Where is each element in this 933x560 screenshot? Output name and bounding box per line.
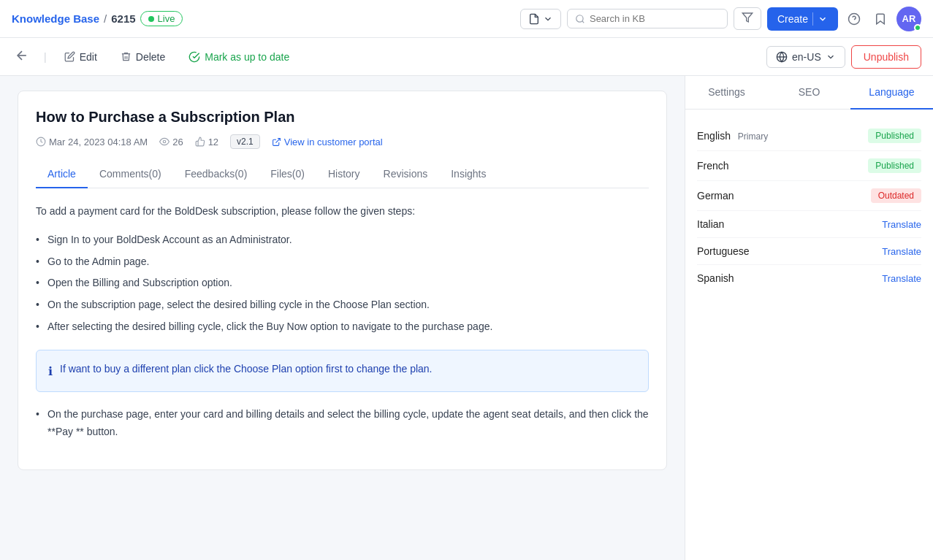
live-status-badge: Live	[140, 11, 183, 26]
doc-icon	[528, 13, 540, 25]
view-portal-label: View in customer portal	[284, 137, 383, 147]
lang-name: German	[697, 190, 734, 202]
article-meta: Mar 24, 2023 04:18 AM 26 12 v2.1 View in…	[36, 134, 649, 149]
list-item: After selecting the desired billing cycl…	[36, 316, 649, 338]
live-status-label: Live	[158, 13, 175, 24]
article-version: v2.1	[230, 134, 260, 149]
doc-type-button[interactable]	[520, 9, 561, 29]
breadcrumb-kb-link[interactable]: Knowledge Base	[12, 12, 99, 25]
lang-translate-link[interactable]: Translate	[882, 219, 921, 230]
create-label: Create	[777, 13, 808, 25]
avatar-online-dot	[914, 24, 921, 31]
article-content: To add a payment card for the BoldDesk s…	[36, 203, 649, 443]
article-tabs: Article Comments(0) Feedbacks(0) Files(0…	[36, 161, 649, 188]
right-tab-language[interactable]: Language	[850, 76, 933, 110]
avatar[interactable]: AR	[896, 7, 921, 31]
tab-article[interactable]: Article	[36, 161, 88, 188]
back-button[interactable]	[12, 45, 32, 68]
toolbar-left: | Edit Delete Mark as up to date	[12, 45, 295, 68]
check-circle-icon	[188, 51, 200, 63]
language-selector[interactable]: en-US	[766, 46, 845, 68]
create-button[interactable]: Create	[767, 7, 838, 31]
lang-primary-label: Primary	[738, 131, 768, 142]
lang-name: Italian	[697, 218, 724, 230]
tab-feedbacks[interactable]: Feedbacks(0)	[173, 161, 259, 188]
filter-button[interactable]	[734, 7, 761, 30]
svg-marker-2	[742, 13, 752, 22]
article-likes: 12	[195, 137, 218, 147]
article-intro: To add a payment card for the BoldDesk s…	[36, 203, 649, 220]
article-toolbar: | Edit Delete Mark as up to date en-US U…	[0, 38, 933, 76]
help-button[interactable]	[844, 9, 864, 29]
lang-row-italian: Italian Translate	[697, 211, 921, 238]
top-nav-center: Create AR	[520, 7, 921, 31]
globe-icon	[776, 51, 788, 63]
article-bullets: Sign In to your BoldDesk Account as an A…	[36, 229, 649, 338]
tab-files[interactable]: Files(0)	[259, 161, 316, 188]
search-icon	[575, 14, 585, 24]
lang-row-french: French Published	[697, 151, 921, 181]
tab-insights[interactable]: Insights	[439, 161, 498, 188]
article-title: How to Purchase a Subscription Plan	[36, 109, 649, 126]
article-likes-value: 12	[208, 137, 218, 147]
list-item: Open the Billing and Subscription option…	[36, 272, 649, 294]
eye-icon	[159, 137, 170, 147]
clock-icon	[36, 137, 46, 147]
delete-icon	[121, 51, 132, 62]
tab-history[interactable]: History	[316, 161, 372, 188]
right-panel: Settings SEO Language English Primary Pu…	[685, 76, 933, 560]
lang-row-spanish: Spanish Translate	[697, 265, 921, 291]
article-date: Mar 24, 2023 04:18 AM	[36, 137, 148, 147]
avatar-initials: AR	[902, 13, 916, 24]
filter-icon	[742, 12, 753, 23]
article-views-value: 26	[172, 137, 183, 147]
svg-line-1	[582, 20, 584, 23]
live-dot	[148, 16, 154, 22]
thumbs-up-icon	[195, 137, 205, 147]
edit-button[interactable]: Edit	[58, 48, 103, 66]
right-tab-settings[interactable]: Settings	[685, 76, 768, 110]
search-bar	[567, 9, 728, 28]
mark-up-to-date-label: Mark as up to date	[205, 51, 289, 63]
info-box-text: If want to buy a different plan click th…	[60, 361, 433, 378]
breadcrumb: Knowledge Base / 6215 Live	[12, 11, 183, 26]
list-item: Go to the Admin page.	[36, 251, 649, 273]
article-card: How to Purchase a Subscription Plan Mar …	[18, 91, 667, 470]
list-item: On the subscription page, select the des…	[36, 294, 649, 316]
unpublish-button[interactable]: Unpublish	[851, 45, 921, 69]
lang-selector-value: en-US	[792, 51, 821, 63]
external-link-icon	[272, 137, 281, 147]
list-item: On the purchase page, enter your card an…	[36, 404, 649, 443]
article-views: 26	[159, 137, 183, 147]
lang-status-badge: Published	[868, 129, 921, 143]
lang-row-english: English Primary Published	[697, 121, 921, 151]
bookmark-button[interactable]	[870, 9, 891, 29]
info-icon: ℹ	[48, 361, 53, 381]
bookmark-icon	[874, 12, 887, 26]
tab-revisions[interactable]: Revisions	[372, 161, 440, 188]
list-item: Sign In to your BoldDesk Account as an A…	[36, 229, 649, 251]
lang-translate-link[interactable]: Translate	[882, 273, 921, 284]
svg-line-10	[275, 138, 280, 142]
top-nav: Knowledge Base / 6215 Live Create	[0, 0, 933, 38]
tab-comments[interactable]: Comments(0)	[88, 161, 173, 188]
toolbar-separator-1: |	[44, 51, 47, 63]
article-date-value: Mar 24, 2023 04:18 AM	[49, 137, 148, 147]
lang-name: English Primary	[697, 130, 768, 142]
view-portal-link[interactable]: View in customer portal	[272, 137, 383, 147]
delete-button[interactable]: Delete	[115, 48, 171, 66]
create-divider	[812, 12, 813, 26]
back-arrow-icon	[15, 48, 29, 63]
edit-icon	[64, 51, 75, 62]
mark-up-to-date-button[interactable]: Mark as up to date	[183, 48, 295, 66]
article-bullets-2: On the purchase page, enter your card an…	[36, 404, 649, 443]
lang-chevron-icon	[826, 52, 836, 62]
lang-status-badge: Published	[868, 158, 921, 173]
lang-name: Portuguese	[697, 245, 750, 257]
right-panel-tabs: Settings SEO Language	[685, 76, 933, 110]
create-chevron-icon	[818, 14, 828, 24]
lang-row-portuguese: Portuguese Translate	[697, 238, 921, 265]
right-tab-seo[interactable]: SEO	[768, 76, 850, 110]
lang-translate-link[interactable]: Translate	[882, 246, 921, 257]
search-input[interactable]	[590, 13, 692, 24]
